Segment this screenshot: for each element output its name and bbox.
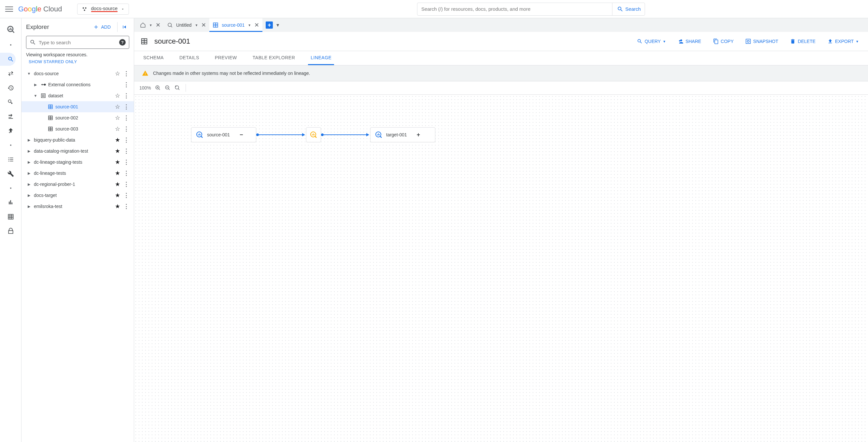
rail-analytics-icon[interactable]: [0, 124, 16, 137]
rail-dot-1[interactable]: [0, 38, 16, 52]
collapse-panel-icon[interactable]: [117, 22, 129, 32]
rail-migration-icon[interactable]: [0, 110, 16, 123]
tree-project-row[interactable]: ▶ docs-target ★ ⋮: [22, 190, 134, 201]
more-icon[interactable]: ⋮: [122, 70, 130, 77]
zoom-out-icon[interactable]: [165, 85, 170, 91]
show-starred-link[interactable]: SHOW STARRED ONLY: [22, 57, 134, 68]
chevron-down-icon[interactable]: ▼: [195, 24, 198, 27]
query-button[interactable]: QUERY ▼: [634, 36, 669, 46]
more-icon[interactable]: ⋮: [122, 81, 130, 88]
export-button[interactable]: EXPORT ▼: [825, 36, 862, 46]
lineage-node-source[interactable]: source-001 −: [191, 127, 256, 142]
more-icon[interactable]: ⋮: [122, 136, 130, 144]
arrow-collapsed-icon[interactable]: ▶: [26, 149, 32, 153]
more-icon[interactable]: ⋮: [122, 114, 130, 121]
star-icon[interactable]: ☆: [115, 70, 120, 77]
more-icon[interactable]: ⋮: [122, 103, 130, 110]
star-icon[interactable]: ☆: [115, 125, 120, 132]
rail-search-icon[interactable]: [0, 53, 16, 66]
subtab-details[interactable]: DETAILS: [177, 51, 202, 65]
subtab-table-explorer[interactable]: TABLE EXPLORER: [250, 51, 298, 65]
zoom-in-icon[interactable]: [155, 85, 161, 91]
google-cloud-logo[interactable]: Google Cloud: [18, 5, 62, 13]
rail-bigquery-icon[interactable]: [0, 22, 16, 37]
star-filled-icon[interactable]: ★: [115, 192, 120, 199]
collapse-node-icon[interactable]: −: [240, 131, 243, 138]
share-button[interactable]: SHARE: [675, 36, 704, 46]
rail-wrench-icon[interactable]: [0, 167, 16, 180]
arrow-expanded-icon[interactable]: ▼: [33, 94, 38, 98]
lineage-node-target[interactable]: target-001 +: [370, 127, 435, 142]
tree-external-row[interactable]: ▶ External connections ⋮: [22, 79, 134, 90]
more-icon[interactable]: ⋮: [122, 192, 130, 199]
help-icon[interactable]: ?: [119, 39, 126, 45]
subtab-preview[interactable]: PREVIEW: [212, 51, 240, 65]
more-icon[interactable]: ⋮: [122, 181, 130, 188]
star-icon[interactable]: ☆: [115, 92, 120, 99]
tree-project-row[interactable]: ▶ dc-lineage-tests ★ ⋮: [22, 168, 134, 179]
star-filled-icon[interactable]: ★: [115, 181, 120, 188]
star-filled-icon[interactable]: ★: [115, 148, 120, 155]
star-filled-icon[interactable]: ★: [115, 203, 120, 210]
tree-project-row[interactable]: ▶ emilsroka-test ★ ⋮: [22, 201, 134, 212]
expand-node-icon[interactable]: +: [417, 131, 420, 138]
new-tab-button[interactable]: +: [266, 22, 273, 29]
global-search-input[interactable]: [421, 6, 612, 12]
star-icon[interactable]: ☆: [115, 114, 120, 121]
chevron-down-icon[interactable]: ▼: [149, 24, 152, 27]
search-button[interactable]: Search: [612, 3, 641, 15]
chevron-down-icon[interactable]: ▼: [248, 24, 251, 27]
subtab-schema[interactable]: SCHEMA: [141, 51, 166, 65]
arrow-collapsed-icon[interactable]: ▶: [26, 193, 32, 197]
tree-project-row[interactable]: ▶ data-catalog-migration-test ★ ⋮: [22, 146, 134, 157]
hamburger-menu-icon[interactable]: [5, 5, 13, 13]
tree-project-row[interactable]: ▶ bigquery-public-data ★ ⋮: [22, 134, 134, 146]
rail-dot-3[interactable]: [0, 182, 16, 195]
rail-dot-2[interactable]: [0, 139, 16, 152]
tree-dataset-row[interactable]: ▼ dataset ☆ ⋮: [22, 90, 134, 101]
tree-table-row[interactable]: source-001 ☆ ⋮: [22, 101, 134, 112]
copy-button[interactable]: COPY: [710, 36, 737, 46]
close-icon[interactable]: ✕: [156, 22, 160, 29]
rail-transfers-icon[interactable]: [0, 67, 16, 80]
subtab-lineage[interactable]: LINEAGE: [308, 51, 334, 65]
more-icon[interactable]: ⋮: [122, 92, 130, 99]
star-filled-icon[interactable]: ★: [115, 136, 120, 144]
rail-history-icon[interactable]: [0, 82, 16, 94]
rail-lock-icon[interactable]: [0, 225, 16, 238]
global-search-box[interactable]: Search: [417, 3, 645, 15]
lineage-canvas[interactable]: source-001 − target-001 +: [134, 95, 868, 442]
close-icon[interactable]: ✕: [201, 22, 206, 29]
tree-table-row[interactable]: source-002 ☆ ⋮: [22, 112, 134, 123]
arrow-collapsed-icon[interactable]: ▶: [26, 138, 32, 142]
tree-project-row[interactable]: ▼ docs-source ☆ ⋮: [22, 68, 134, 79]
zoom-reset-icon[interactable]: [175, 85, 180, 91]
tab-source[interactable]: source-001 ▼ ✕: [209, 18, 262, 32]
explorer-search-field[interactable]: ?: [26, 36, 129, 49]
tree-project-row[interactable]: ▶ dc-regional-prober-1 ★ ⋮: [22, 179, 134, 190]
rail-chart-icon[interactable]: [0, 196, 16, 209]
tree-project-row[interactable]: ▶ dc-lineage-staging-tests ★ ⋮: [22, 157, 134, 168]
lineage-process-node[interactable]: [306, 127, 321, 142]
delete-button[interactable]: DELETE: [787, 36, 818, 46]
arrow-collapsed-icon[interactable]: ▶: [26, 182, 32, 187]
more-icon[interactable]: ⋮: [122, 159, 130, 166]
tab-untitled[interactable]: Untitled ▼ ✕: [164, 18, 209, 32]
arrow-collapsed-icon[interactable]: ▶: [26, 204, 32, 209]
rail-spreadsheet-icon[interactable]: [0, 210, 16, 223]
add-button[interactable]: ADD: [90, 22, 114, 32]
more-icon[interactable]: ⋮: [122, 169, 130, 177]
arrow-collapsed-icon[interactable]: ▶: [26, 160, 32, 164]
star-icon[interactable]: ☆: [115, 103, 120, 110]
arrow-collapsed-icon[interactable]: ▶: [26, 171, 32, 176]
close-icon[interactable]: ✕: [254, 22, 259, 29]
snapshot-button[interactable]: SNAPSHOT: [743, 36, 781, 46]
star-filled-icon[interactable]: ★: [115, 169, 120, 177]
more-icon[interactable]: ⋮: [122, 125, 130, 132]
project-selector[interactable]: docs-source: [77, 4, 129, 14]
tree-table-row[interactable]: source-003 ☆ ⋮: [22, 123, 134, 134]
explorer-search-input[interactable]: [39, 40, 117, 45]
rail-scheduled-icon[interactable]: [0, 96, 16, 109]
more-icon[interactable]: ⋮: [122, 148, 130, 155]
star-filled-icon[interactable]: ★: [115, 159, 120, 166]
